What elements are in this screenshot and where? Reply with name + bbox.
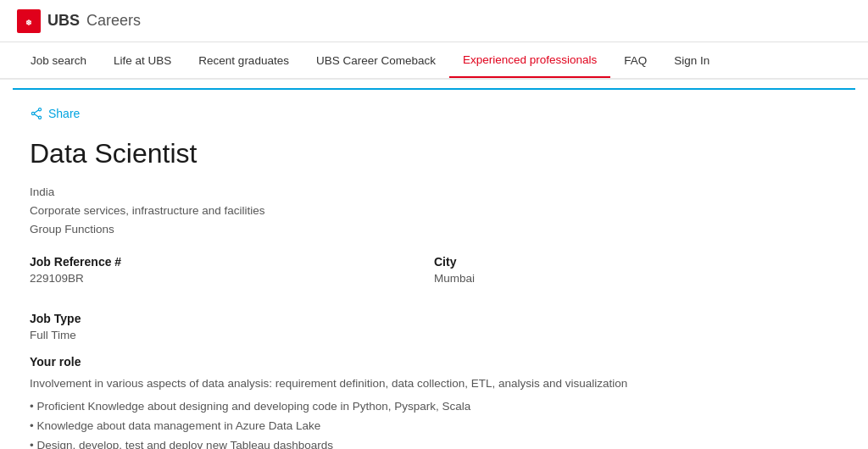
job-details-grid: Job Reference # 229109BR City Mumbai [30, 255, 838, 298]
reference-value: 229109BR [30, 272, 434, 285]
svg-point-2 [38, 108, 41, 111]
job-meta: India Corporate services, infrastructure… [30, 183, 838, 238]
main-content: Share Data Scientist India Corporate ser… [13, 88, 855, 449]
nav-item-sign-in[interactable]: Sign In [660, 44, 723, 77]
role-intro: Involvement in various aspects of data a… [30, 375, 838, 392]
svg-point-3 [31, 112, 34, 114]
nav-item-recent-graduates[interactable]: Recent graduates [185, 44, 303, 77]
main-nav: Job search Life at UBS Recent graduates … [0, 42, 868, 80]
job-type-value: Full Time [30, 329, 838, 341]
svg-line-6 [35, 114, 39, 117]
job-department: Corporate services, infrastructure and f… [30, 202, 838, 220]
share-button[interactable]: Share [30, 107, 80, 120]
reference-label: Job Reference # [30, 255, 434, 269]
city-label: City [434, 255, 838, 269]
careers-label: Careers [86, 12, 141, 30]
nav-item-job-search[interactable]: Job search [17, 44, 100, 77]
job-type-section: Job Type Full Time [30, 312, 838, 341]
ubs-logo-icon: ❄ [17, 9, 41, 33]
role-bullet-2: • Knowledge about data management in Azu… [30, 417, 838, 436]
share-label: Share [48, 107, 80, 120]
nav-item-faq[interactable]: FAQ [610, 44, 660, 77]
svg-line-5 [35, 110, 39, 113]
nav-item-experienced-professionals[interactable]: Experienced professionals [449, 43, 610, 78]
nav-item-career-comeback[interactable]: UBS Career Comeback [303, 44, 449, 77]
role-bullet-3: • Design, develop, test and deploy new T… [30, 436, 838, 449]
job-reference-section: Job Reference # 229109BR [30, 255, 434, 285]
job-city-section: City Mumbai [434, 255, 838, 285]
role-label: Your role [30, 355, 838, 369]
city-value: Mumbai [434, 272, 838, 285]
nav-item-life-at-ubs[interactable]: Life at UBS [100, 44, 185, 77]
job-group: Group Functions [30, 220, 838, 239]
role-section: Your role Involvement in various aspects… [30, 355, 838, 449]
role-bullet-1: • Proficient Knowledge about designing a… [30, 397, 838, 417]
job-country: India [30, 183, 838, 202]
share-icon [30, 107, 43, 120]
brand-name: UBS [47, 12, 80, 30]
header: ❄ UBS Careers [0, 0, 868, 42]
logo-area: ❄ UBS Careers [17, 9, 141, 33]
job-title: Data Scientist [30, 137, 838, 169]
job-type-label: Job Type [30, 312, 838, 325]
svg-point-4 [38, 116, 41, 119]
svg-text:❄: ❄ [25, 19, 32, 27]
